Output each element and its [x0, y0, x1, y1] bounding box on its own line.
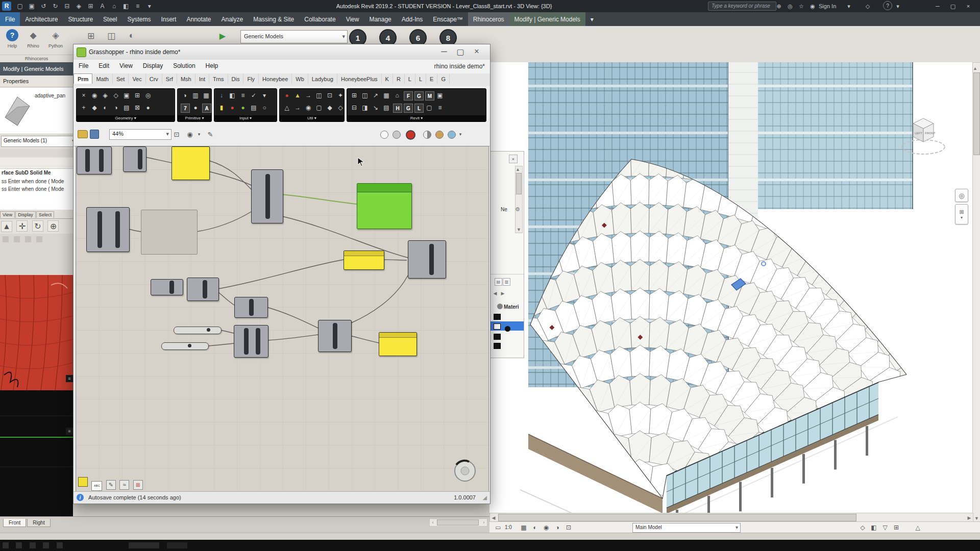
preview-off-icon[interactable]	[380, 131, 388, 139]
material-swatch[interactable]	[494, 314, 501, 320]
gh-component-icon[interactable]: ◆	[325, 102, 335, 113]
design-options-dropdown[interactable]: Main Model ▾	[632, 523, 741, 533]
ribbon-tab-massing-site[interactable]: Massing & Site	[248, 12, 299, 26]
ribbon-tab-view[interactable]: View	[341, 12, 364, 26]
panel-widget-icon[interactable]	[78, 477, 88, 487]
minimize-button[interactable]: ─	[437, 46, 451, 57]
doc-icon[interactable]: ▤	[495, 278, 502, 286]
gh-tab-ladybug[interactable]: Ladybug	[308, 74, 337, 84]
measure-icon[interactable]: ◈	[74, 2, 83, 11]
gh-component-icon[interactable]: ≡	[435, 102, 445, 113]
ribbon-tab-annotate[interactable]: Annotate	[181, 12, 216, 26]
gh-component-icon[interactable]: ◧	[227, 90, 237, 101]
gh-node-panel[interactable]	[379, 332, 417, 356]
help-icon[interactable]: ?	[883, 1, 892, 10]
gh-tab-l[interactable]: L	[405, 74, 415, 84]
sun-path-icon[interactable]: ◉	[542, 523, 551, 532]
gh-component-icon[interactable]: ▦	[201, 90, 211, 101]
gh-node-panel[interactable]	[344, 251, 384, 270]
viewport-tab-front[interactable]: Front	[3, 519, 26, 527]
gh-component-icon[interactable]: ▤	[121, 102, 132, 113]
pointer-tool-icon[interactable]: ▲	[1, 221, 12, 232]
revit-3d-view[interactable]: LEFT FRONT ◎ ⊞▾ × ▲ ▼ Ne ⚙ ▤ ▥ ◀ ▶ Mater…	[489, 62, 972, 513]
tray-icon[interactable]	[43, 542, 49, 548]
properties-panel-header[interactable]: Properties	[0, 76, 73, 87]
scribble-widget-icon[interactable]: ≈	[119, 480, 129, 490]
gh-component-icon[interactable]: ◫	[314, 90, 324, 101]
maximize-button[interactable]: ▢	[453, 46, 468, 57]
gh-component-icon[interactable]: ●	[282, 90, 292, 101]
next-icon[interactable]: ▶	[500, 290, 506, 296]
ribbon-tab-file[interactable]: File	[0, 12, 20, 26]
gh-slider-grip[interactable]	[188, 344, 191, 347]
gh-component-letter-h[interactable]: H	[393, 104, 402, 113]
gh-tab-honeybeeplus[interactable]: HoneybeePlus	[337, 74, 382, 84]
gh-component-icon[interactable]: ⊠	[132, 102, 142, 113]
panel-scrollbar[interactable]: ▲ ▼	[515, 166, 523, 233]
gh-tab-e[interactable]: E	[426, 74, 437, 84]
hide-icon[interactable]: ◧	[869, 523, 878, 532]
gh-tab-crv[interactable]: Crv	[146, 74, 162, 84]
play-icon[interactable]: ▶	[217, 30, 228, 41]
gear-icon[interactable]: ⚙	[514, 206, 521, 213]
gh-tab-g[interactable]: G	[437, 74, 450, 84]
gh-tab-math[interactable]: Math	[92, 74, 112, 84]
gh-node-slider[interactable]	[161, 342, 209, 350]
rhino-tab-view[interactable]: View	[0, 211, 15, 218]
steering-wheel-icon[interactable]: ◎	[955, 189, 968, 202]
modify-tab-dropdown-icon[interactable]: ▾	[585, 12, 599, 26]
gh-component-icon[interactable]: ◇	[111, 90, 121, 101]
type-selector[interactable]: Generic Models (1) ▾	[1, 136, 74, 147]
gh-component-icon[interactable]: ●	[227, 102, 237, 113]
filter-icon[interactable]: ▽	[880, 523, 890, 532]
gh-component-icon[interactable]: ◑	[180, 90, 190, 101]
ribbon-tab-manage[interactable]: Manage	[364, 12, 396, 26]
gh-component-icon[interactable]: △	[282, 102, 292, 113]
gh-tab-fly[interactable]: Fly	[243, 74, 259, 84]
gh-component-icon[interactable]: ▾	[259, 90, 270, 101]
rhino-icon[interactable]: ◆	[27, 29, 40, 42]
tray-icon[interactable]	[57, 542, 63, 548]
gh-node-component[interactable]	[251, 169, 283, 223]
text-icon[interactable]: A	[98, 2, 107, 11]
material-swatch[interactable]	[494, 343, 501, 349]
gh-component-icon[interactable]: ◉	[89, 90, 100, 101]
gh-component-icon[interactable]: ▦	[381, 90, 391, 101]
gh-tab-vec[interactable]: Vec	[129, 74, 145, 84]
view3d-icon[interactable]: ⌂	[110, 2, 119, 11]
gh-group-label[interactable]: Input ▾	[214, 115, 277, 121]
chevron-down-icon[interactable]: ▾	[194, 129, 204, 139]
ribbon-tab-systems[interactable]: Systems	[122, 12, 156, 26]
ribbon-tab-architecture[interactable]: Architecture	[20, 12, 63, 26]
rhino-button-label[interactable]: Rhino	[21, 43, 45, 48]
sign-in-link[interactable]: Sign In	[819, 3, 836, 9]
panel-collapse-button[interactable]: ≡	[66, 375, 73, 382]
gh-component-icon[interactable]: ◈	[100, 90, 110, 101]
gh-group-label[interactable]: Geometry ▾	[77, 115, 175, 121]
gh-node-component[interactable]	[86, 207, 130, 252]
gh-node-component[interactable]	[234, 325, 268, 358]
gh-node-component[interactable]	[234, 297, 268, 318]
gh-component-icon[interactable]: ▢	[314, 102, 324, 113]
gh-node-panel[interactable]	[172, 146, 210, 180]
scale-value[interactable]: 1:0	[505, 524, 512, 530]
gh-component-icon[interactable]: →	[303, 90, 313, 101]
zoom-dropdown[interactable]: 44% ▾	[109, 129, 172, 140]
gh-component-letter-f[interactable]: F	[404, 91, 413, 101]
ribbon-tab-insert[interactable]: Insert	[156, 12, 181, 26]
pan-tool-icon[interactable]: ✛	[16, 220, 28, 232]
material-override-icon[interactable]	[435, 131, 444, 139]
gh-tab-msh[interactable]: Msh	[177, 74, 195, 84]
gh-node-component[interactable]	[123, 146, 146, 172]
gh-component-icon[interactable]: ⊞	[132, 90, 142, 101]
gh-component-icon[interactable]: ◐	[100, 102, 110, 113]
gh-tab-srf[interactable]: Srf	[162, 74, 177, 84]
ribbon-tab-add-ins[interactable]: Add-Ins	[397, 12, 428, 26]
gh-component-icon[interactable]: +	[79, 102, 89, 113]
shadows-icon[interactable]: ◑	[553, 523, 562, 532]
gh-component-icon[interactable]: →	[292, 102, 303, 113]
gh-component-icon[interactable]: ○	[259, 102, 270, 113]
revit-logo-icon[interactable]: R	[2, 2, 11, 11]
gh-tab-honeybee[interactable]: Honeybee	[259, 74, 292, 84]
chevron-down-icon[interactable]: ▾	[455, 129, 465, 139]
